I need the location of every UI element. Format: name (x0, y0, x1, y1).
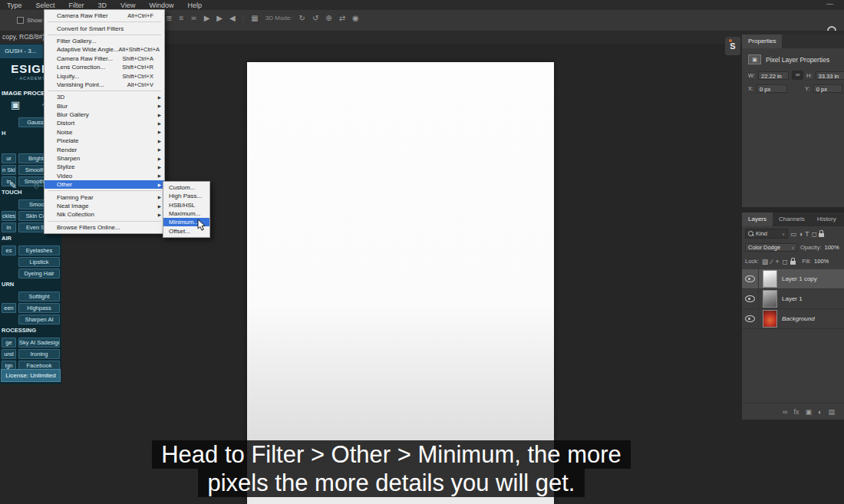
layer-filter-icon[interactable]: ◻ (811, 230, 816, 238)
filter-menu-item[interactable]: 3D ▶ (45, 93, 164, 101)
layer-name[interactable]: Layer 1 (782, 295, 803, 302)
layer-filter-icon[interactable]: ◑ (799, 230, 803, 238)
lock-option-icon[interactable]: + (775, 258, 779, 265)
sadesign-panel-icon[interactable]: S (725, 37, 740, 55)
filter-menu-item[interactable]: Browse Filters Online... (45, 223, 164, 232)
layers-action-icon[interactable]: ▣ (806, 408, 813, 416)
h-field[interactable]: 33.33 in (816, 71, 844, 80)
tab-properties[interactable]: Properties (742, 35, 782, 48)
panel-tab[interactable]: History (811, 212, 842, 226)
filter-menu-item[interactable]: Flaming Pear ▶ (45, 193, 164, 201)
filter-menu-item[interactable]: Adaptive Wide Angle... Alt+Shift+Ctrl+A (45, 45, 164, 54)
panel-tab[interactable]: Layers (742, 212, 773, 226)
checkbox-icon[interactable] (17, 17, 24, 24)
blend-mode-select[interactable]: Color Dodge ∨ (745, 243, 797, 252)
layer-name[interactable]: Background (782, 315, 815, 322)
eye-cell[interactable] (742, 309, 759, 328)
panel-cutoff-button[interactable]: ur (2, 153, 16, 163)
kind-filter-select[interactable]: Kind ∨ (745, 229, 788, 239)
filter-menu-item[interactable]: Sharpen ▶ (45, 154, 164, 163)
grid-icon[interactable]: ▦ (251, 14, 258, 22)
filter-menu-item[interactable]: Noise ▶ (45, 128, 164, 137)
lock-option-icon[interactable]: ▨ (762, 258, 768, 265)
y-field[interactable]: 0 px (813, 84, 842, 93)
layer-filter-icon[interactable]: T (805, 230, 809, 238)
panel-action-button[interactable]: Eyelashes (18, 245, 60, 255)
minimize-icon[interactable]: — (826, 0, 833, 8)
layer-thumbnail[interactable] (763, 310, 777, 328)
panel-cutoff-button[interactable]: een (2, 303, 16, 313)
menu-item[interactable]: View (114, 2, 142, 9)
filter-menu-item[interactable]: Liquify... Shift+Ctrl+X (45, 71, 164, 80)
filter-menu-item[interactable]: Render ▶ (45, 145, 164, 153)
x-field[interactable]: 0 px (757, 84, 787, 93)
layers-action-icon[interactable]: ∞ (783, 408, 787, 416)
filter-menu-item[interactable]: Vanishing Point... Alt+Ctrl+V (45, 81, 164, 89)
filter-menu-item[interactable]: Camera Raw Filter Alt+Ctrl+F (45, 12, 164, 20)
align-icon[interactable]: ▶ (204, 14, 210, 22)
extension-panel-tab[interactable]: GUSH - 3... (0, 44, 43, 58)
layer-row[interactable]: Layer 1 copy (742, 269, 844, 289)
layer-thumbnail[interactable] (763, 290, 777, 308)
filter-menu-item[interactable]: Blur Gallery ▶ (45, 110, 164, 119)
panel-tab[interactable]: Channels (773, 212, 811, 226)
layer-name[interactable]: Layer 1 copy (782, 275, 817, 282)
eye-cell[interactable] (742, 269, 759, 288)
panel-cutoff-button[interactable]: es (2, 245, 16, 255)
align-icon[interactable]: ▶ (216, 14, 223, 22)
filter-menu-item[interactable]: Neat Image ▶ (45, 202, 164, 210)
submenu-item[interactable]: HSB/HSL (163, 201, 209, 209)
filter-menu-item[interactable]: Pixelate ▶ (45, 137, 164, 145)
opacity-value[interactable]: 100% (825, 244, 839, 251)
panel-cutoff-button[interactable]: ckles (2, 211, 16, 221)
visibility-eye-icon[interactable] (745, 295, 755, 302)
panel-action-button[interactable]: Dyeing Hair (18, 268, 60, 278)
panel-cutoff-button[interactable]: in (2, 222, 16, 232)
submenu-item[interactable]: High Pass... (163, 192, 209, 200)
visibility-eye-icon[interactable] (745, 315, 755, 322)
layer-row[interactable]: Layer 1 (742, 289, 844, 309)
lock-option-icon[interactable]: ◻ (782, 258, 787, 265)
eye-cell[interactable] (742, 289, 759, 308)
panel-action-button[interactable]: Lipstick (18, 257, 60, 267)
lock-option-icon[interactable]: ∕ (771, 258, 772, 265)
align-icon[interactable]: ≡ (179, 14, 183, 22)
filter-menu-item[interactable]: Other ▶ (45, 180, 164, 189)
canvas[interactable] (247, 62, 554, 504)
filter-menu-item[interactable]: Lens Correction... Shift+Ctrl+R (45, 63, 164, 71)
panel-action-button[interactable]: Ironing (18, 349, 60, 359)
menu-item[interactable]: Filter (62, 2, 91, 9)
filter-menu-item[interactable]: Nik Collection ▶ (45, 210, 164, 219)
submenu-item[interactable]: Maximum... (163, 209, 209, 218)
filter-menu-item[interactable]: Distort ▶ (45, 119, 164, 127)
lock-all-icon[interactable] (790, 261, 796, 265)
panel-action-button[interactable]: Sky AI Sadesign (18, 338, 60, 348)
layers-action-icon[interactable]: ▤ (828, 408, 835, 416)
link-dimensions-icon[interactable]: ∞ (792, 71, 803, 80)
filter-menu-item[interactable]: Blur ▶ (45, 102, 164, 110)
submenu-item[interactable]: Custom... (163, 183, 209, 192)
menu-item[interactable]: Select (29, 2, 62, 9)
panel-cutoff-button[interactable]: und (2, 349, 16, 359)
layer-row[interactable]: Background (742, 309, 844, 329)
w-field[interactable]: 22.22 in (758, 71, 789, 80)
filter-menu-item[interactable]: Stylize ▶ (45, 163, 164, 171)
panel-cutoff-button[interactable]: ge (2, 338, 16, 348)
panel-feature-icon[interactable]: ▣ (11, 99, 20, 110)
panel-action-button[interactable]: Highpass (18, 303, 60, 313)
document-tab[interactable]: copy, RGB/8#) * (2, 33, 49, 41)
panel-action-button[interactable]: Softlight (18, 292, 60, 301)
layers-action-icon[interactable]: ◐ (818, 408, 822, 416)
filter-menu-item[interactable]: Video ▶ (45, 172, 164, 180)
fill-value[interactable]: 100% (814, 258, 829, 265)
menu-item[interactable]: Type (0, 2, 29, 9)
align-icon[interactable]: ≣ (166, 14, 172, 22)
filter-menu-item[interactable]: Convert for Smart Filters (45, 24, 164, 32)
panel-tool-icon[interactable]: ✎ (9, 180, 17, 191)
align-icon[interactable]: ◀ (229, 14, 236, 22)
panel-tool-icon[interactable]: ◌ (34, 180, 39, 191)
layers-action-icon[interactable]: fx (794, 408, 799, 416)
align-icon[interactable]: ≍ (190, 14, 196, 22)
lock-filter-icon[interactable] (819, 233, 824, 237)
menu-item[interactable]: Help (180, 2, 209, 9)
